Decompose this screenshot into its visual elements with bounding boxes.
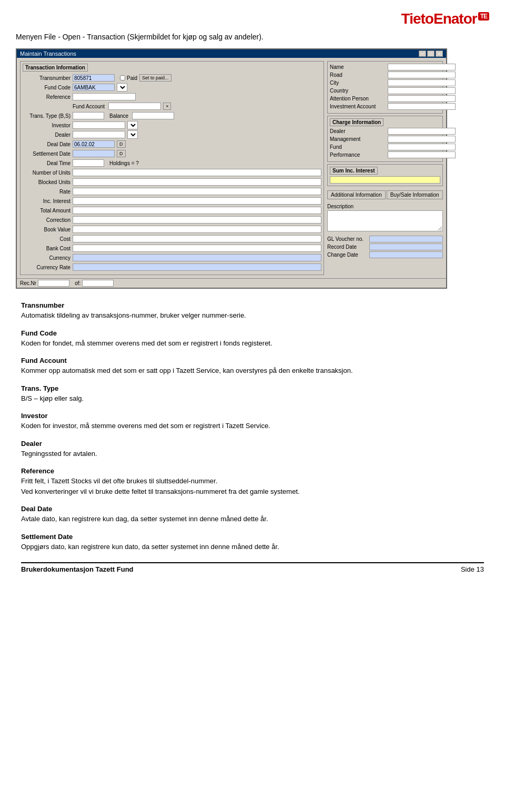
minimize-button[interactable]: ─ xyxy=(419,50,426,57)
investment-account-row: Investment Account xyxy=(330,103,440,110)
name-row: Name xyxy=(330,64,440,70)
currency-rate-label: Currency Rate xyxy=(23,265,73,270)
investment-account-input[interactable] xyxy=(388,103,456,110)
reference-input[interactable] xyxy=(73,93,136,100)
fund-account-label: Fund Account xyxy=(73,104,105,109)
transnumber-row: Transnumber Paid Set to paid... xyxy=(23,74,321,82)
balance-input[interactable] xyxy=(132,112,174,119)
bank-cost-row: Bank Cost xyxy=(23,244,321,252)
dealer-heading: Dealer xyxy=(21,440,484,448)
investor-input[interactable] xyxy=(73,121,125,129)
attention-person-row: Attention Person xyxy=(330,95,440,102)
investor-heading: Investor xyxy=(21,412,484,420)
settlement-date-label: Settlement Date xyxy=(23,151,73,157)
city-input[interactable] xyxy=(388,79,456,86)
road-input[interactable] xyxy=(388,72,456,78)
dealer-dropdown[interactable] xyxy=(127,130,138,139)
attention-person-input[interactable] xyxy=(388,95,456,102)
description-textarea[interactable] xyxy=(327,210,443,231)
currency-rate-input[interactable] xyxy=(73,263,321,271)
settlement-date-controls: D xyxy=(73,150,126,157)
fund-charge-input[interactable] xyxy=(388,144,456,150)
deal-time-input[interactable] xyxy=(73,159,104,167)
number-of-units-row: Number of Units xyxy=(23,168,321,177)
rec-nr-input[interactable] xyxy=(38,280,69,287)
change-date-input[interactable] xyxy=(369,251,443,258)
window-controls: ─ □ × xyxy=(419,50,443,57)
maximize-button[interactable]: □ xyxy=(427,50,435,57)
buy-sale-info-tab[interactable]: Buy/Sale Information xyxy=(387,190,443,199)
currency-label: Currency xyxy=(23,255,73,261)
bottom-tabs: Additional Information Buy/Sale Informat… xyxy=(327,190,443,199)
change-date-row: Change Date xyxy=(327,251,443,258)
deal-time-label: Deal Time xyxy=(23,160,73,166)
total-amount-input[interactable] xyxy=(73,207,321,214)
charge-dealer-input[interactable] xyxy=(388,128,456,135)
record-date-input[interactable] xyxy=(369,243,443,250)
transnumber-text: Automatisk tildeling av transaksjons-num… xyxy=(21,310,484,321)
dealer-input[interactable] xyxy=(73,131,125,138)
of-input[interactable] xyxy=(82,280,114,287)
fund-code-text: Koden for fondet, må stemmer overens med… xyxy=(21,338,484,349)
correction-label: Correction xyxy=(23,217,73,223)
bank-cost-input[interactable] xyxy=(73,245,321,252)
transnumber-heading: Transnumber xyxy=(21,301,484,309)
blocked-units-input[interactable] xyxy=(73,178,321,186)
city-row: City xyxy=(330,79,440,86)
description-area: Description xyxy=(327,203,443,231)
inc-interest-label: Inc. Interest xyxy=(23,198,73,204)
gl-section: GL Voucher no. Record Date Change Date xyxy=(327,236,443,259)
deal-time-row: Deal Time Holdings = ? xyxy=(23,159,321,167)
investor-dropdown[interactable] xyxy=(127,121,138,129)
trans-type-input[interactable] xyxy=(73,112,104,119)
performance-input[interactable] xyxy=(388,151,456,158)
settlement-date-d-button[interactable]: D xyxy=(117,150,126,157)
fund-account-x-button[interactable]: × xyxy=(163,103,171,110)
additional-info-tab[interactable]: Additional Information xyxy=(327,190,386,199)
left-panel: Transaction Information Transnumber Paid… xyxy=(20,61,324,275)
bank-cost-label: Bank Cost xyxy=(23,246,73,251)
book-value-label: Book Value xyxy=(23,227,73,232)
rate-input[interactable] xyxy=(73,188,321,195)
country-row: Country xyxy=(330,87,440,94)
rec-nr-field: Rec.Nr xyxy=(20,280,69,287)
dealer-controls xyxy=(73,130,138,139)
charge-dealer-label: Dealer xyxy=(330,128,388,134)
currency-input[interactable] xyxy=(73,254,321,261)
logo: TietoEnatorTE xyxy=(401,11,489,27)
gl-voucher-input[interactable] xyxy=(369,236,443,242)
currency-rate-row: Currency Rate xyxy=(23,263,321,271)
blocked-units-label: Blocked Units xyxy=(23,179,73,185)
number-of-units-label: Number of Units xyxy=(23,170,73,176)
settlement-date-row: Settlement Date D xyxy=(23,149,321,158)
close-button[interactable]: × xyxy=(436,50,443,57)
fund-account-input[interactable] xyxy=(108,103,161,110)
sum-inc-interest-input[interactable] xyxy=(330,176,440,184)
deal-date-row: Deal Date D xyxy=(23,140,321,148)
deal-date-label: Deal Date xyxy=(23,141,73,147)
road-row: Road xyxy=(330,72,440,78)
fund-account-text: Kommer opp automatisk med det som er sat… xyxy=(21,366,484,376)
country-input[interactable] xyxy=(388,87,456,94)
book-value-input[interactable] xyxy=(73,226,321,233)
management-input[interactable] xyxy=(388,136,456,143)
deal-date-d-button[interactable]: D xyxy=(117,140,126,148)
number-of-units-input[interactable] xyxy=(73,169,321,176)
settlement-date-input[interactable] xyxy=(73,150,115,157)
cost-row: Cost xyxy=(23,235,321,243)
fund-code-dropdown[interactable] xyxy=(117,83,127,92)
name-input[interactable] xyxy=(388,64,456,70)
paid-checkbox[interactable] xyxy=(120,75,125,80)
window-titlebar: Maintain Transactions ─ □ × xyxy=(17,49,446,58)
fund-account-heading: Fund Account xyxy=(21,357,484,364)
transnumber-input[interactable] xyxy=(73,74,115,82)
set-to-paid-button[interactable]: Set to paid... xyxy=(139,74,171,82)
fund-code-input[interactable] xyxy=(73,84,115,91)
cost-input[interactable] xyxy=(73,235,321,242)
deal-date-input[interactable] xyxy=(73,140,115,148)
inc-interest-input[interactable] xyxy=(73,197,321,205)
settlement-date-text: Oppgjørs dato, kan registrere kun dato, … xyxy=(21,542,484,552)
charge-section: Charge Information Dealer Management Fun… xyxy=(327,116,443,162)
total-amount-label: Total Amount xyxy=(23,208,73,214)
correction-input[interactable] xyxy=(73,216,321,224)
